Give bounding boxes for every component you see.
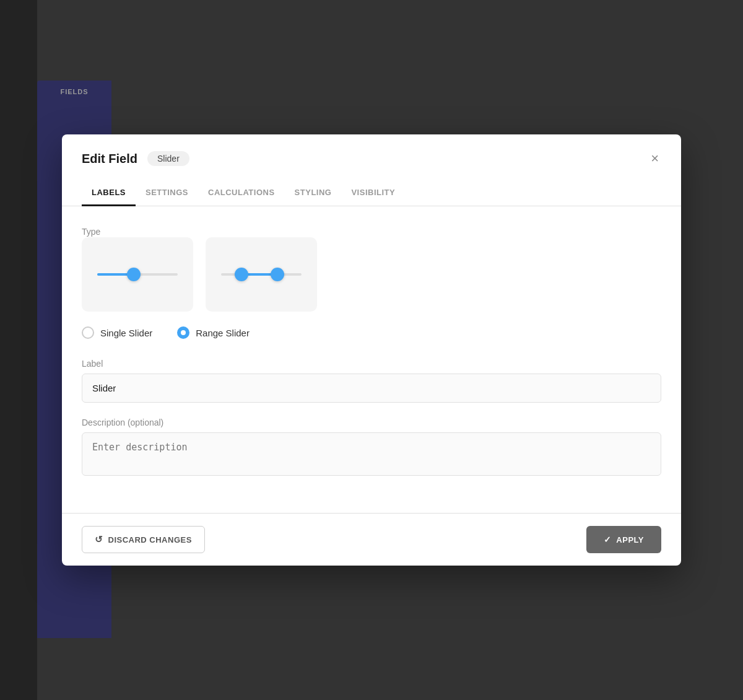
tab-settings[interactable]: SETTINGS — [136, 180, 198, 206]
single-slider-track — [97, 273, 178, 276]
label-field-label: Label — [82, 359, 661, 369]
modal-backdrop: Edit Field Slider × LABELS SETTINGS CALC… — [0, 0, 743, 700]
radio-single-circle — [82, 326, 94, 339]
modal-body: Type — [62, 206, 681, 513]
description-form-group: Description (optional) — [82, 418, 661, 478]
type-section: Type — [82, 226, 661, 339]
radio-single-slider[interactable]: Single Slider — [82, 326, 152, 339]
modal-tabs: LABELS SETTINGS CALCULATIONS STYLING VIS… — [62, 180, 681, 206]
radio-range-circle — [177, 326, 189, 339]
discard-button[interactable]: ↺ DISCARD CHANGES — [82, 526, 205, 553]
range-thumb-left — [235, 268, 248, 281]
range-thumb-right — [271, 268, 284, 281]
label-form-group: Label — [82, 359, 661, 403]
apply-button[interactable]: ✓ APPLY — [586, 526, 661, 553]
range-slider-track — [221, 273, 302, 276]
tab-styling[interactable]: STYLING — [285, 180, 342, 206]
modal-title-group: Edit Field Slider — [82, 151, 189, 166]
range-slider-visual — [221, 273, 302, 276]
discard-icon: ↺ — [95, 534, 103, 545]
modal-header: Edit Field Slider × — [62, 134, 681, 168]
type-label: Type — [82, 227, 100, 237]
tab-labels[interactable]: LABELS — [82, 180, 136, 206]
modal-title: Edit Field — [82, 152, 137, 166]
type-radio-choices: Single Slider Range Slider — [82, 326, 661, 339]
description-field-label: Description (optional) — [82, 418, 661, 427]
radio-single-label: Single Slider — [100, 328, 152, 338]
close-button[interactable]: × — [648, 149, 661, 168]
modal-footer: ↺ DISCARD CHANGES ✓ APPLY — [62, 513, 681, 566]
label-input[interactable] — [82, 374, 661, 403]
single-slider-visual — [97, 273, 178, 276]
tab-calculations[interactable]: CALCULATIONS — [198, 180, 285, 206]
radio-range-slider[interactable]: Range Slider — [177, 326, 250, 339]
tab-visibility[interactable]: VISIBILITY — [341, 180, 405, 206]
type-options — [82, 237, 661, 312]
apply-label: APPLY — [616, 535, 644, 545]
single-thumb — [127, 268, 141, 281]
apply-check-icon: ✓ — [604, 535, 612, 545]
description-textarea[interactable] — [82, 432, 661, 476]
field-type-badge[interactable]: Slider — [147, 151, 189, 166]
single-slider-card[interactable] — [82, 237, 193, 312]
discard-label: DISCARD CHANGES — [108, 535, 192, 545]
radio-range-label: Range Slider — [196, 328, 250, 338]
edit-field-modal: Edit Field Slider × LABELS SETTINGS CALC… — [62, 134, 681, 566]
range-slider-card[interactable] — [206, 237, 317, 312]
